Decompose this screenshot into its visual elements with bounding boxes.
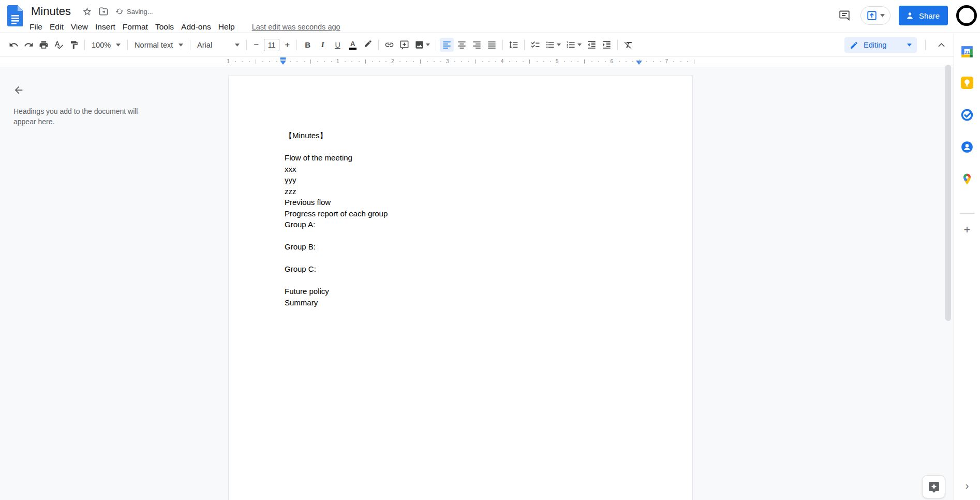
google-docs-logo-icon[interactable] — [7, 5, 23, 26]
explore-button[interactable] — [922, 475, 945, 498]
insert-link-button[interactable] — [382, 38, 396, 52]
menu-item[interactable]: File — [26, 21, 46, 33]
doc-line[interactable] — [285, 275, 641, 286]
doc-line[interactable]: xxx — [285, 164, 641, 175]
clear-formatting-button[interactable] — [621, 38, 635, 52]
chevron-down-icon — [880, 14, 885, 17]
doc-line[interactable]: Progress report of each group — [285, 208, 641, 219]
decrease-font-size-button[interactable]: − — [250, 39, 262, 51]
ruler-tick — [673, 61, 674, 62]
google-keep-icon[interactable] — [960, 76, 974, 90]
save-status: Saving... — [115, 7, 153, 16]
ruler-tick — [420, 60, 421, 64]
doc-line[interactable] — [285, 253, 641, 264]
close-outline-button[interactable] — [8, 80, 29, 100]
align-center-button[interactable] — [455, 38, 469, 52]
bold-button[interactable]: B — [301, 38, 315, 52]
increase-indent-button[interactable] — [600, 38, 614, 52]
google-tasks-icon[interactable] — [960, 108, 974, 122]
document-page[interactable]: 【Minutes】 Flow of the meeting xxx yyy zz… — [228, 76, 693, 500]
ruler-tick — [564, 61, 565, 62]
decrease-indent-button[interactable] — [585, 38, 599, 52]
ruler-tick — [304, 61, 305, 62]
underline-button[interactable]: U — [331, 38, 345, 52]
italic-button[interactable]: I — [316, 38, 330, 52]
justify-button[interactable] — [485, 38, 499, 52]
ruler-number: 5 — [556, 58, 559, 64]
menu-item[interactable]: Add-ons — [177, 21, 215, 33]
align-left-button[interactable] — [440, 38, 454, 52]
ruler-number: 4 — [501, 58, 504, 64]
doc-line[interactable]: Group C: — [285, 263, 641, 275]
outline-placeholder: Headings you add to the document will ap… — [13, 106, 143, 127]
line-spacing-button[interactable] — [507, 38, 521, 52]
numbered-list-button[interactable] — [564, 38, 584, 52]
sync-icon — [115, 7, 124, 16]
doc-line[interactable]: Summary — [285, 297, 641, 308]
left-indent-marker[interactable] — [280, 61, 286, 65]
google-contacts-icon[interactable] — [960, 140, 974, 154]
doc-line[interactable]: 【Minutes】 — [285, 130, 641, 141]
doc-line[interactable]: Group A: — [285, 219, 641, 230]
paint-format-button[interactable] — [67, 38, 81, 52]
ruler[interactable]: 11234567 — [0, 57, 954, 66]
doc-line[interactable]: zzz — [285, 186, 641, 197]
menu-item[interactable]: Help — [215, 21, 239, 33]
share-button[interactable]: Share — [899, 6, 948, 25]
avatar[interactable] — [956, 5, 977, 26]
text-color-button[interactable]: A — [346, 38, 360, 52]
separator — [502, 40, 503, 50]
first-line-indent-marker[interactable] — [280, 57, 286, 60]
insert-image-button[interactable] — [412, 38, 432, 52]
get-add-ons-button[interactable]: + — [960, 223, 974, 237]
chevron-down-icon — [557, 43, 561, 46]
doc-line[interactable] — [285, 230, 641, 242]
doc-line[interactable]: Group B: — [285, 241, 641, 253]
doc-line[interactable] — [285, 141, 641, 153]
doc-line[interactable]: Future policy — [285, 286, 641, 297]
ruler-tick — [399, 61, 400, 62]
star-button[interactable] — [80, 5, 94, 18]
menu-item[interactable]: Insert — [92, 21, 119, 33]
move-to-folder-button[interactable] — [97, 5, 110, 18]
ruler-tick — [440, 61, 441, 62]
print-button[interactable] — [37, 38, 51, 52]
bulleted-list-button[interactable] — [543, 38, 563, 52]
upload-button[interactable] — [860, 6, 890, 25]
paragraph-style-select[interactable]: Normal text — [131, 38, 187, 52]
highlight-color-button[interactable] — [361, 38, 375, 52]
ruler-tick — [359, 61, 360, 62]
redo-button[interactable] — [22, 38, 36, 52]
increase-font-size-button[interactable]: + — [281, 39, 293, 51]
show-side-panel-button[interactable]: › — [961, 479, 973, 492]
doc-line[interactable]: yyy — [285, 174, 641, 186]
font-size-field[interactable]: 11 — [264, 39, 279, 51]
ruler-tick — [639, 60, 640, 64]
editing-mode-button[interactable]: Editing — [844, 37, 917, 53]
collapse-toolbar-button[interactable] — [934, 38, 948, 52]
ruler-tick — [345, 61, 346, 62]
document-title[interactable]: Minutes — [29, 5, 73, 18]
google-maps-icon[interactable] — [960, 172, 974, 186]
vertical-scrollbar[interactable] — [945, 65, 951, 321]
ruler-tick — [605, 61, 606, 62]
menu-item[interactable]: Edit — [46, 21, 67, 33]
ruler-tick — [591, 61, 592, 62]
checklist-button[interactable] — [528, 38, 542, 52]
open-comment-history-button[interactable] — [837, 8, 852, 23]
menu-item[interactable]: View — [67, 21, 92, 33]
ruler-number: 1 — [336, 58, 339, 64]
doc-line[interactable]: Flow of the meeting — [285, 152, 641, 164]
menu-item[interactable]: Tools — [152, 21, 177, 33]
zoom-select[interactable]: 100% — [88, 38, 124, 52]
align-right-button[interactable] — [470, 38, 484, 52]
menu-item[interactable]: Format — [119, 21, 152, 33]
add-comment-button[interactable] — [397, 38, 411, 52]
undo-button[interactable] — [7, 38, 21, 52]
ruler-tick — [577, 61, 578, 62]
last-edit-status[interactable]: Last edit was seconds ago — [252, 23, 340, 31]
font-select[interactable]: Arial — [194, 38, 243, 52]
spell-check-button[interactable] — [52, 38, 66, 52]
google-calendar-icon[interactable]: 31 — [960, 45, 974, 58]
doc-line[interactable]: Previous flow — [285, 197, 641, 208]
